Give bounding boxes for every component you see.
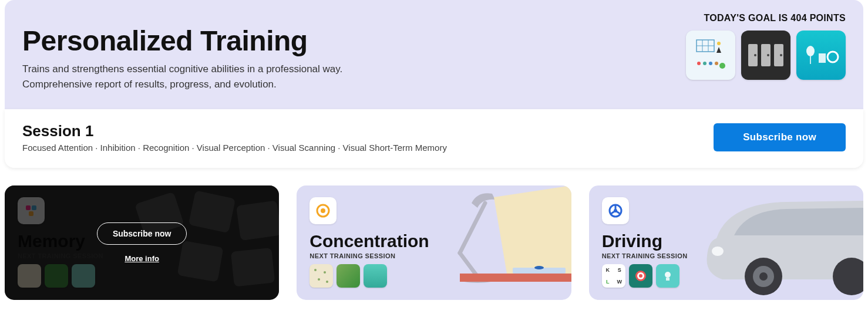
grid-game-icon bbox=[693, 38, 728, 73]
svg-point-5 bbox=[697, 62, 701, 65]
svg-point-37 bbox=[324, 271, 326, 274]
svg-point-39 bbox=[326, 281, 328, 283]
driving-mini-thumbs: KSLW bbox=[602, 264, 850, 288]
svg-point-6 bbox=[703, 62, 706, 65]
svg-point-16 bbox=[806, 46, 815, 56]
driving-mini-2 bbox=[629, 264, 652, 288]
memory-more-info-link[interactable]: More info bbox=[125, 254, 159, 263]
goal-game-thumb-3[interactable] bbox=[796, 31, 846, 80]
svg-point-4 bbox=[717, 42, 721, 45]
hero-banner: Personalized Training Trains and strengt… bbox=[5, 0, 863, 109]
svg-point-9 bbox=[719, 63, 725, 69]
concentration-card[interactable]: Concentration NEXT TRAINING SESSION bbox=[297, 185, 571, 300]
hero-subtitle-line2: Comprehensive report of results, progres… bbox=[22, 79, 277, 90]
target-icon bbox=[315, 203, 331, 218]
driving-mini-3 bbox=[656, 264, 679, 288]
session-info: Session 1 Focused Attention · Inhibition… bbox=[22, 122, 447, 153]
driving-card[interactable]: Driving NEXT TRAINING SESSION KSLW bbox=[589, 185, 863, 300]
session-tags: Focused Attention · Inhibition · Recogni… bbox=[22, 143, 447, 153]
driving-icon bbox=[602, 197, 629, 224]
svg-point-13 bbox=[754, 54, 756, 56]
steering-wheel-icon bbox=[608, 203, 623, 218]
concentration-mini-1 bbox=[309, 264, 333, 288]
hero-text-block: Personalized Training Trains and strengt… bbox=[22, 13, 686, 92]
svg-point-8 bbox=[715, 62, 718, 65]
hero-subtitle-line1: Trains and strengthens essential cogniti… bbox=[22, 63, 342, 75]
goal-label: TODAY'S GOAL IS 404 POINTS bbox=[686, 13, 846, 23]
concentration-mini-2 bbox=[337, 264, 360, 288]
svg-rect-18 bbox=[819, 53, 826, 63]
subscribe-now-button[interactable]: Subscribe now bbox=[714, 123, 846, 151]
concentration-mini-thumbs bbox=[309, 264, 558, 288]
memory-overlay: Subscribe now More info bbox=[5, 185, 279, 300]
svg-line-48 bbox=[610, 211, 615, 214]
svg-point-38 bbox=[318, 278, 320, 281]
svg-line-49 bbox=[615, 211, 621, 214]
svg-point-52 bbox=[639, 274, 642, 278]
concentration-icon bbox=[309, 197, 337, 224]
svg-point-7 bbox=[709, 62, 712, 65]
svg-rect-54 bbox=[666, 278, 669, 281]
balloon-cup-icon bbox=[802, 41, 840, 70]
concentration-next-label: NEXT TRAINING SESSION bbox=[309, 252, 558, 259]
concentration-mini-3 bbox=[364, 264, 387, 288]
driving-title: Driving bbox=[602, 231, 850, 251]
svg-point-15 bbox=[780, 54, 782, 56]
hero-goal-block: TODAY'S GOAL IS 404 POINTS bbox=[686, 13, 846, 80]
svg-point-19 bbox=[827, 52, 838, 62]
goal-game-thumb-1[interactable] bbox=[686, 31, 735, 80]
session-bar: Session 1 Focused Attention · Inhibition… bbox=[5, 109, 863, 168]
doors-game-icon bbox=[747, 41, 785, 70]
memory-card[interactable]: Memory NEXT TRAINING SESSION Subscribe n… bbox=[5, 185, 279, 300]
svg-point-53 bbox=[665, 272, 671, 278]
concentration-title: Concentration bbox=[309, 231, 558, 251]
driving-mini-1: KSLW bbox=[602, 264, 625, 288]
training-cards-row: Memory NEXT TRAINING SESSION Subscribe n… bbox=[5, 185, 863, 300]
goal-thumbnails bbox=[686, 31, 846, 80]
hero-title: Personalized Training bbox=[22, 25, 686, 57]
driving-next-label: NEXT TRAINING SESSION bbox=[602, 252, 850, 259]
session-title: Session 1 bbox=[22, 122, 447, 140]
svg-point-35 bbox=[321, 208, 325, 213]
svg-point-14 bbox=[767, 54, 769, 56]
memory-subscribe-button[interactable]: Subscribe now bbox=[97, 222, 187, 245]
svg-point-36 bbox=[314, 269, 317, 271]
goal-game-thumb-2[interactable] bbox=[741, 31, 790, 80]
hero-subtitle: Trains and strengthens essential cogniti… bbox=[22, 62, 433, 92]
